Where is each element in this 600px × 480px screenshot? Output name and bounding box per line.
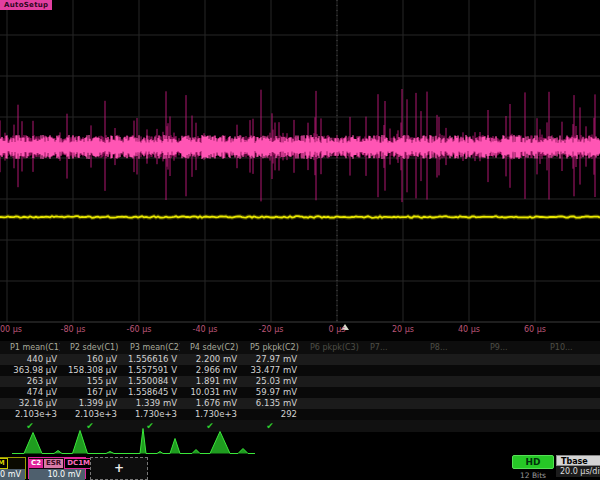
measure-value: 158.308 µV (60, 365, 120, 376)
adc-bits-label: 12 Bits (512, 471, 554, 480)
tbase-scale: 20.0 µs/div (556, 466, 600, 477)
measure-value (540, 376, 600, 387)
measure-value: 2.103e+3 (60, 409, 120, 420)
measure-value (300, 387, 360, 398)
measure-value: 2.200 mV (180, 354, 240, 365)
oscilloscope-screen: AutoSetup -100 µs-80 µs-60 µs-40 µs-20 µ… (0, 0, 600, 480)
measure-value (420, 376, 480, 387)
measure-value (480, 365, 540, 376)
measure-value (360, 409, 420, 420)
measure-value: 155 µV (60, 376, 120, 387)
descriptor-bar: C1 DC1M 10.0 mV C2 ESR DC1M 10.0 mV + HD… (0, 457, 600, 480)
measure-value: 10.031 mV (180, 387, 240, 398)
measure-value: 32.16 µV (0, 398, 60, 409)
measure-value: 59.97 mV (240, 387, 300, 398)
measure-value (540, 387, 600, 398)
waveform-plot (0, 0, 600, 335)
measure-header-p3[interactable]: P3 mean(C2) (120, 341, 180, 354)
measure-value: 292 (240, 409, 300, 420)
hd-mode-group: HD 12 Bits (512, 455, 554, 480)
measure-value (420, 409, 480, 420)
c2-descriptor-top: C2 ESR DC1M (29, 458, 85, 469)
measure-value (360, 376, 420, 387)
measure-value: 1.558645 V (120, 387, 180, 398)
time-axis-label: -100 µs (0, 325, 22, 334)
measure-value (420, 354, 480, 365)
c2-scale-value: 10.0 mV (29, 469, 85, 480)
measure-value-row: 363.98 µV158.308 µV1.557591 V2.966 mV33.… (0, 365, 600, 376)
measure-value (300, 365, 360, 376)
measure-value: 1.676 mV (180, 398, 240, 409)
measure-header-p4[interactable]: P4 sdev(C2) (180, 341, 240, 354)
measure-value (300, 409, 360, 420)
measure-value (480, 376, 540, 387)
measure-value: 25.03 mV (240, 376, 300, 387)
measure-value (480, 354, 540, 365)
time-axis-label: -80 µs (61, 325, 86, 334)
measure-header-p8...[interactable]: P8... (420, 341, 480, 354)
c2-label: C2 (29, 459, 43, 468)
measure-value (420, 365, 480, 376)
plus-icon: + (114, 461, 124, 475)
c1-scale-value: 10.0 mV (0, 469, 25, 480)
measure-value: 6.135 mV (240, 398, 300, 409)
measure-header-p6[interactable]: P6 pkpk(C3) (300, 341, 360, 354)
time-axis-label: -20 µs (259, 325, 284, 334)
timebase-descriptor[interactable]: Tbase 20.0 µs/div (556, 455, 600, 479)
time-axis-label: 20 µs (392, 325, 414, 334)
measure-value (360, 354, 420, 365)
histogram-trace (12, 429, 255, 454)
measure-value-row: 474 µV167 µV1.558645 V10.031 mV59.97 mV (0, 387, 600, 398)
measure-value: 363.98 µV (0, 365, 60, 376)
measure-value: 474 µV (0, 387, 60, 398)
measurement-table: P1 mean(C1)P2 sdev(C1)P3 mean(C2)P4 sdev… (0, 341, 600, 432)
measure-value: 167 µV (60, 387, 120, 398)
measure-header-p7...[interactable]: P7... (360, 341, 420, 354)
measure-value (360, 387, 420, 398)
measure-header-p10...[interactable]: P10... (540, 341, 600, 354)
measure-value: 27.97 mV (240, 354, 300, 365)
measure-value: 1.557591 V (120, 365, 180, 376)
tbase-label: Tbase (556, 455, 600, 466)
measure-value: 160 µV (60, 354, 120, 365)
measure-value-row: 263 µV155 µV1.550084 V1.891 mV25.03 mV (0, 376, 600, 387)
measure-value: 1.339 mV (120, 398, 180, 409)
measure-value (540, 365, 600, 376)
measure-value (360, 365, 420, 376)
measure-value-row: 2.103e+32.103e+31.730e+31.730e+3292 (0, 409, 600, 420)
c2-eres-tag: ESR (44, 459, 63, 468)
measure-header-row: P1 mean(C1)P2 sdev(C1)P3 mean(C2)P4 sdev… (0, 341, 600, 354)
measure-value (300, 398, 360, 409)
measure-value: 1.730e+3 (120, 409, 180, 420)
add-trace-button[interactable]: + (90, 457, 148, 480)
measure-value (540, 354, 600, 365)
c1-descriptor-top: C1 DC1M (0, 458, 25, 469)
measure-header-p9...[interactable]: P9... (480, 341, 540, 354)
hd-badge[interactable]: HD (512, 455, 554, 469)
c1-coupling-tag: DC1M (0, 458, 8, 469)
channel-c2-descriptor[interactable]: C2 ESR DC1M 10.0 mV (28, 457, 86, 479)
histogram-strip (0, 428, 600, 458)
time-axis-label: -60 µs (127, 325, 152, 334)
channel-c1-descriptor[interactable]: C1 DC1M 10.0 mV (0, 457, 26, 479)
measure-value (420, 387, 480, 398)
measure-value-row: 32.16 µV1.399 µV1.339 mV1.676 mV6.135 mV (0, 398, 600, 409)
measure-value: 33.477 mV (240, 365, 300, 376)
measure-value (360, 398, 420, 409)
measure-header-p2[interactable]: P2 sdev(C1) (60, 341, 120, 354)
time-axis-label: 60 µs (524, 325, 546, 334)
measure-value (480, 409, 540, 420)
measure-value (540, 409, 600, 420)
measure-value (300, 354, 360, 365)
measure-value: 1.730e+3 (180, 409, 240, 420)
measure-header-p5[interactable]: P5 pkpk(C2) (240, 341, 300, 354)
time-axis-label: 40 µs (458, 325, 480, 334)
measure-value (420, 398, 480, 409)
measure-value: 1.399 µV (60, 398, 120, 409)
measure-value: 1.891 mV (180, 376, 240, 387)
autosetup-tag[interactable]: AutoSetup (0, 0, 52, 10)
measure-value-row: 440 µV160 µV1.556616 V2.200 mV27.97 mV (0, 354, 600, 365)
measure-header-p1[interactable]: P1 mean(C1) (0, 341, 60, 354)
c2-coupling-tag: DC1M (64, 458, 93, 469)
measure-value: 440 µV (0, 354, 60, 365)
